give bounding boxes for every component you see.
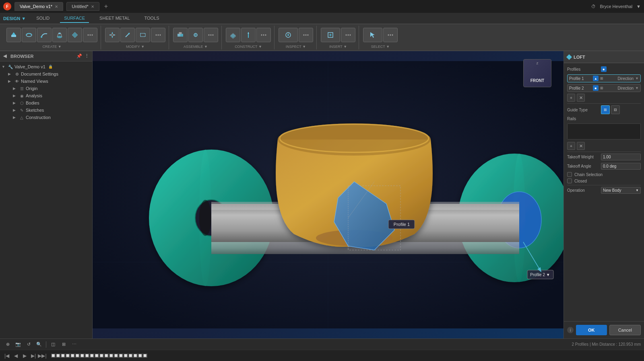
svg-point-33 [303, 34, 305, 35]
assemble-component-btn[interactable] [173, 28, 188, 42]
viewport[interactable]: Profile 1 Profile 2 ▼ Z FRONT [93, 51, 564, 338]
play-next-btn[interactable]: ▶| [30, 352, 37, 359]
toolbar-tab-solid[interactable]: SOLID [32, 14, 54, 23]
tree-item-doc-settings[interactable]: ▶ ⚙ Document Settings [6, 70, 92, 78]
browser-pin[interactable]: 📌 [76, 53, 82, 59]
tab-untitled[interactable]: Untitled* ✕ [66, 2, 99, 11]
cancel-button[interactable]: Cancel [609, 325, 641, 335]
user-dropdown[interactable]: ▼ [636, 4, 641, 9]
modify-buttons [105, 26, 165, 44]
3d-scene: Profile 1 Profile 2 ▼ [93, 51, 564, 338]
modify-stitch-btn[interactable] [136, 28, 150, 42]
tree-item-analysis[interactable]: ▶ ◉ Analysis [6, 92, 92, 99]
construct-plane-btn[interactable] [226, 28, 240, 42]
cube-face-front[interactable]: Z FRONT [523, 59, 551, 87]
tree-item-origin[interactable]: ▶ ☰ Origin [6, 85, 92, 92]
tab-valve-demo[interactable]: Valve_Demo v1* ✕ [14, 2, 63, 11]
nav-cube[interactable]: Z FRONT [523, 59, 555, 91]
tree-item-sketches[interactable]: ▶ ✎ Sketches [6, 107, 92, 114]
takeoff-angle-row: Takeoff Angle 0.0 deg [567, 163, 641, 170]
rails-add-btn[interactable]: + [567, 142, 575, 150]
construct-axis-btn[interactable] [241, 28, 256, 42]
svg-point-10 [111, 34, 114, 36]
tree-item-bodies[interactable]: ▶ ⬡ Bodies [6, 99, 92, 107]
create-more-btn[interactable] [83, 28, 97, 42]
play-btn[interactable]: ▶ [21, 352, 28, 359]
display-mode-btn[interactable]: ◫ [49, 340, 58, 349]
svg-marker-6 [72, 32, 78, 38]
insert-btn[interactable] [321, 28, 340, 42]
play-prev-btn[interactable]: ◀ [12, 352, 19, 359]
select-btn[interactable] [363, 28, 382, 42]
z-axis-label: Z [537, 62, 539, 65]
toolbar-buttons: CREATE ▼ MODIFY ▼ [0, 24, 644, 51]
play-start-btn[interactable]: |◀ [3, 352, 10, 359]
tab-label: Valve_Demo v1* [20, 4, 52, 9]
tree-item-root[interactable]: ▼ 🔧 Valve_Demo v1 🔒 [0, 63, 92, 70]
profile1-controls: ▲ ⊞ [593, 76, 603, 81]
takeoff-angle-input[interactable]: 0.0 deg [601, 163, 641, 170]
tree-item-construction[interactable]: ▶ △ Construction [6, 114, 92, 121]
new-tab-button[interactable]: + [103, 3, 109, 10]
profile1-row[interactable]: Profile 1 ▲ ⊞ Direction ▼ [567, 74, 641, 82]
profile2-dropdown[interactable]: ▼ [635, 86, 639, 90]
toolbar-tab-surface[interactable]: SURFACE [60, 14, 89, 23]
operation-select[interactable]: New Body ▼ [601, 187, 641, 194]
modify-more-btn[interactable] [151, 28, 165, 42]
profiles-label: Profiles [567, 67, 599, 72]
create-revolve-btn[interactable] [22, 28, 36, 42]
construct-label: CONSTRUCT ▼ [235, 45, 262, 49]
tab-close-valve[interactable]: ✕ [55, 4, 58, 9]
guide-type-btn2[interactable]: ⊟ [611, 105, 620, 114]
tree-item-named-views[interactable]: ▶ 👁 Named Views [6, 78, 92, 85]
assemble-joint-btn[interactable] [188, 28, 203, 42]
zoom-btn[interactable]: 🔍 [35, 340, 43, 349]
guide-type-btn1[interactable]: ⊠ [601, 105, 610, 114]
orbit-btn[interactable]: ↺ [24, 340, 33, 349]
play-end-btn[interactable]: ▶▶| [39, 352, 46, 359]
toolbar-tab-tools[interactable]: TOOLS [140, 14, 163, 23]
construct-more-btn[interactable] [256, 28, 271, 42]
tree-arrow-sketches: ▶ [13, 108, 18, 112]
tab-close-untitled[interactable]: ✕ [91, 4, 94, 9]
tree-arrow-doc: ▶ [8, 72, 13, 76]
profile2-row[interactable]: Profile 2 ■ ⊞ Direction ▼ [567, 84, 641, 92]
inspect-measure-btn[interactable] [279, 28, 298, 42]
ok-button[interactable]: OK [576, 325, 607, 335]
toolbar-group-inspect: INSPECT ▼ [275, 26, 317, 49]
snap-btn[interactable]: ⊕ [3, 340, 12, 349]
chain-selection-checkbox[interactable] [567, 172, 572, 177]
svg-point-13 [156, 34, 157, 35]
profiles-icon[interactable]: ■ [601, 66, 607, 72]
grid-btn[interactable]: ⊞ [59, 340, 68, 349]
assemble-more-btn[interactable] [204, 28, 218, 42]
create-loft-btn[interactable] [52, 28, 67, 42]
create-extrude-btn[interactable] [6, 28, 21, 42]
profile1-dropdown[interactable]: ▼ [635, 76, 639, 80]
profile-remove-btn[interactable]: ✕ [577, 94, 585, 102]
toolbar-tab-sheet-metal[interactable]: SHEET METAL [95, 14, 134, 23]
closed-checkbox[interactable] [567, 178, 572, 183]
design-dropdown[interactable]: DESIGN ▼ [3, 16, 26, 21]
create-sweep-btn[interactable] [37, 28, 52, 42]
takeoff-weight-input[interactable]: 1.00 [601, 154, 641, 160]
create-patch-btn[interactable] [68, 28, 82, 42]
more-view-btn[interactable]: ⋯ [70, 340, 78, 349]
collapse-icon[interactable]: ◀ [3, 53, 6, 59]
tree-icon-doc: ⚙ [14, 71, 20, 77]
inspect-more-btn[interactable] [299, 28, 313, 42]
camera-btn[interactable]: 📷 [14, 340, 23, 349]
playback-tools: 🔲🔲🔲🔲🔲🔲🔲🔲🔲🔲🔲🔲🔲🔲🔲🔲🔲🔲🔲🔲 [51, 353, 147, 358]
rails-label: Rails [567, 117, 599, 121]
info-icon[interactable]: i [567, 327, 574, 333]
browser-options[interactable]: ⋮ [85, 53, 89, 59]
modify-extend-btn[interactable] [120, 28, 135, 42]
rails-area[interactable] [567, 123, 641, 139]
svg-text:Profile 2 ▼: Profile 2 ▼ [530, 273, 550, 277]
select-more-btn[interactable] [383, 28, 398, 42]
rails-remove-btn[interactable]: ✕ [577, 142, 585, 150]
profile-add-btn[interactable]: + [567, 94, 575, 102]
modify-trim-btn[interactable] [105, 28, 120, 42]
svg-rect-18 [179, 32, 182, 34]
insert-more-btn[interactable] [341, 28, 355, 42]
